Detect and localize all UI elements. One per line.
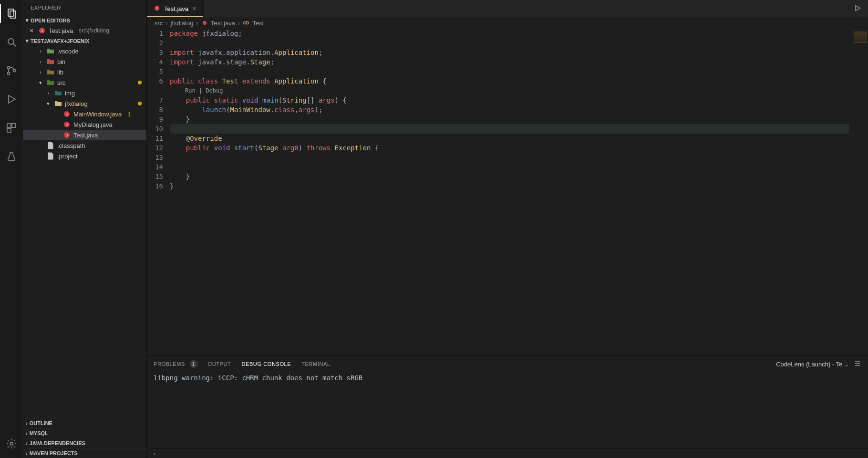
svg-point-24 — [244, 21, 246, 24]
breadcrumb-item[interactable]: Test — [243, 20, 264, 27]
code-line[interactable] — [170, 67, 849, 76]
file-label: .classpath — [57, 142, 85, 149]
code-line[interactable]: import javafx.stage.Stage; — [170, 57, 849, 67]
chevron-down-icon: ▾ — [45, 101, 52, 107]
launch-config-selector[interactable]: CodeLens (Launch) - Te ⌄ — [776, 361, 849, 368]
code-line[interactable]: public void start(Stage arg0) throws Exc… — [170, 143, 849, 153]
chevron-down-icon: ⌄ — [844, 361, 849, 368]
code-line[interactable] — [170, 162, 849, 172]
java-file-icon: J — [63, 110, 71, 118]
file-mainwindow[interactable]: J MainWindow.java 1 — [23, 109, 146, 119]
svg-rect-0 — [8, 9, 14, 16]
folder-label: lib — [57, 69, 63, 76]
breadcrumbs[interactable]: src › jfxdialog › Test.java › Test — [147, 17, 868, 29]
file-label: MyDialog.java — [73, 121, 113, 128]
svg-text:J: J — [66, 112, 68, 116]
panel-tab-problems[interactable]: PROBLEMS 1 — [154, 357, 197, 371]
breadcrumb-item[interactable]: jfxdialog — [171, 20, 194, 27]
tab-test-java[interactable]: J Test.java × — [147, 0, 204, 17]
panel-tab-terminal[interactable]: TERMINAL — [301, 358, 330, 370]
folder-lib[interactable]: › lib — [23, 67, 146, 77]
minimap-viewport[interactable] — [854, 31, 867, 43]
project-label: TESTJAVAFX+JFOENIX — [31, 38, 89, 44]
folder-src[interactable]: ▾ src — [23, 77, 146, 88]
folder-icon — [54, 89, 62, 97]
file-icon — [47, 142, 54, 149]
chevron-down-icon: ▾ — [26, 17, 29, 23]
chevron-right-icon: › — [37, 48, 44, 54]
code-editor[interactable]: package jfxdialog;import javafx.applicat… — [170, 29, 849, 355]
editor-area: J Test.java × src › jfxdialog › Test.jav… — [147, 0, 868, 458]
chevron-right-icon: › — [26, 450, 28, 456]
svg-rect-1 — [10, 11, 16, 18]
code-line[interactable]: @Override — [170, 134, 849, 143]
chevron-right-icon: › — [26, 440, 28, 446]
codelens-run-debug[interactable]: Run | Debug — [170, 86, 849, 95]
svg-point-2 — [8, 39, 14, 44]
breadcrumb-item[interactable]: Test.java — [201, 20, 235, 27]
maven-projects-section[interactable]: › MAVEN PROJECTS — [23, 448, 146, 458]
section-label: MYSQL — [30, 430, 48, 436]
folder-img[interactable]: › img — [23, 88, 146, 98]
problem-count-badge: 1 — [127, 111, 131, 118]
extensions-activity-icon[interactable] — [0, 118, 23, 137]
code-line[interactable]: } — [170, 181, 849, 191]
project-header[interactable]: ▾ TESTJAVAFX+JFOENIX — [23, 36, 146, 46]
java-dependencies-section[interactable]: › JAVA DEPENDENCIES — [23, 438, 146, 448]
code-line[interactable]: import javafx.application.Application; — [170, 48, 849, 57]
file-mydialog[interactable]: J MyDialog.java — [23, 119, 146, 130]
svg-rect-9 — [12, 124, 16, 127]
svg-line-3 — [13, 44, 16, 46]
file-classpath[interactable]: .classpath — [23, 140, 146, 151]
code-line[interactable] — [170, 124, 849, 134]
folder-jfxdialog[interactable]: ▾ jfxdialog — [23, 98, 146, 109]
chevron-down-icon: ▾ — [37, 80, 44, 86]
code-line[interactable] — [170, 153, 849, 162]
code-line[interactable]: } — [170, 172, 849, 181]
mysql-section[interactable]: › MYSQL — [23, 428, 146, 438]
minimap[interactable] — [849, 29, 868, 355]
svg-point-23 — [202, 21, 207, 25]
code-line[interactable]: launch(MainWindow.class,args); — [170, 105, 849, 114]
settings-activity-icon[interactable] — [0, 434, 23, 453]
chevron-right-icon: › — [154, 450, 155, 457]
tab-close-icon[interactable]: × — [192, 5, 196, 12]
open-editor-item[interactable]: × J Test.java src\jfxdialog — [23, 25, 146, 36]
explorer-activity-icon[interactable] — [0, 4, 23, 23]
panel-tab-output[interactable]: OUTPUT — [208, 358, 231, 370]
source-control-activity-icon[interactable] — [0, 61, 23, 80]
open-editor-path: src\jfxdialog — [79, 27, 109, 34]
code-line[interactable]: public class Test extends Application { — [170, 76, 849, 86]
folder-vscode[interactable]: › .vscode — [23, 46, 146, 56]
debug-console-input-prompt[interactable]: › — [147, 448, 868, 458]
code-line[interactable]: } — [170, 114, 849, 124]
debug-console-output[interactable]: libpng warning: iCCP: cHRM chunk does no… — [147, 372, 868, 448]
chevron-right-icon: › — [26, 420, 28, 426]
file-project[interactable]: .project — [23, 151, 146, 161]
folder-bin[interactable]: › bin — [23, 56, 146, 67]
code-line[interactable]: public static void main(String[] args) { — [170, 95, 849, 105]
folder-label: bin — [57, 58, 65, 65]
chevron-right-icon: › — [37, 69, 44, 75]
outline-section[interactable]: › OUTLINE — [23, 418, 146, 428]
code-line[interactable] — [170, 38, 849, 48]
chevron-right-icon: › — [37, 59, 44, 64]
breadcrumb-item[interactable]: src — [155, 20, 163, 27]
file-label: MainWindow.java — [73, 111, 122, 118]
code-line[interactable]: package jfxdialog; — [170, 29, 849, 38]
activity-bar — [0, 0, 23, 458]
panel-tab-debug-console[interactable]: DEBUG CONSOLE — [241, 358, 291, 370]
panel-settings-icon[interactable] — [854, 360, 861, 369]
search-activity-icon[interactable] — [0, 32, 23, 52]
open-editors-header[interactable]: ▾ OPEN EDITORS — [23, 15, 146, 25]
run-debug-activity-icon[interactable] — [0, 90, 23, 109]
test-activity-icon[interactable] — [0, 147, 23, 166]
file-test[interactable]: J Test.java — [23, 130, 146, 140]
folder-label: img — [65, 90, 75, 97]
close-icon[interactable]: × — [28, 27, 35, 34]
tab-strip: J Test.java × — [147, 0, 868, 17]
run-icon[interactable] — [854, 4, 861, 13]
tab-title: Test.java — [164, 5, 188, 12]
svg-point-4 — [8, 67, 10, 69]
chevron-down-icon: ▾ — [26, 38, 29, 44]
